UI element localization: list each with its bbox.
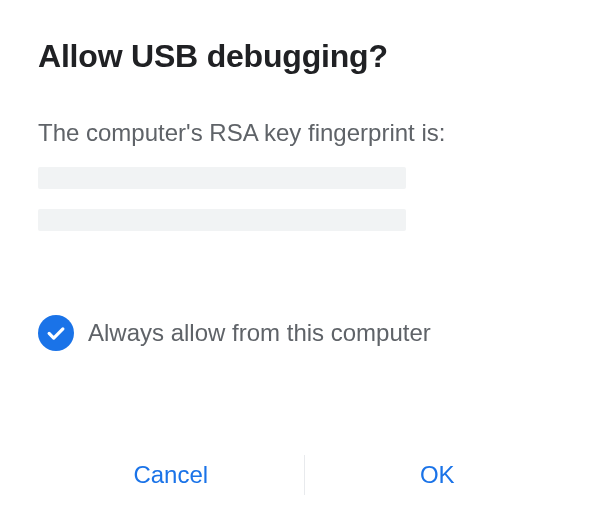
usb-debugging-dialog: Allow USB debugging? The computer's RSA … bbox=[0, 0, 608, 531]
dialog-title: Allow USB debugging? bbox=[38, 38, 570, 75]
checkmark-icon bbox=[38, 315, 74, 351]
always-allow-checkbox[interactable]: Always allow from this computer bbox=[38, 315, 570, 351]
dialog-button-row: Cancel OK bbox=[38, 429, 570, 531]
fingerprint-line bbox=[38, 167, 406, 189]
ok-button[interactable]: OK bbox=[305, 447, 571, 503]
fingerprint-placeholder bbox=[38, 167, 570, 251]
fingerprint-line bbox=[38, 209, 406, 231]
checkbox-label: Always allow from this computer bbox=[88, 319, 431, 347]
cancel-button[interactable]: Cancel bbox=[38, 447, 304, 503]
dialog-message: The computer's RSA key fingerprint is: bbox=[38, 119, 570, 147]
